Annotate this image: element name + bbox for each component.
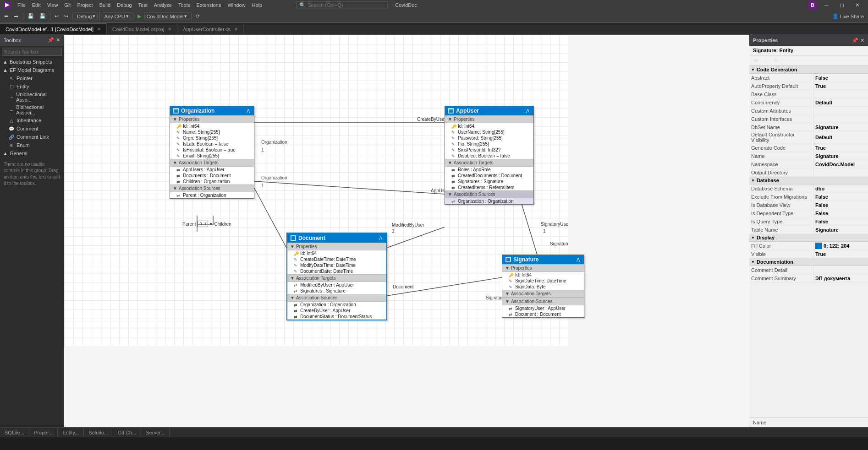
menu-window[interactable]: Window [225, 1, 248, 9]
bottom-tab-entity[interactable]: Entity... [58, 428, 84, 437]
toolbox-search-area[interactable] [0, 46, 64, 58]
prop-value-concurrency[interactable]: Default [813, 98, 868, 106]
properties-close-button[interactable]: ✕ [860, 38, 864, 43]
prop-value-comment-detail[interactable] [813, 266, 868, 274]
entity-appuser[interactable]: AppUser ⋀ ▼ Properties 🔑Id: Int64 ✎UserN… [445, 106, 534, 205]
sig-assoc-sources-header[interactable]: ▼ Association Sources [502, 298, 584, 305]
tab-controller-close[interactable]: ✕ [234, 27, 238, 32]
entity-signature-expand-icon[interactable]: ⋀ [575, 256, 581, 263]
prop-group-database[interactable]: ▼ Database [749, 177, 868, 184]
entity-appuser-header[interactable]: AppUser ⋀ [445, 106, 533, 115]
menu-debug[interactable]: Debug [114, 1, 134, 9]
sig-properties-header[interactable]: ▼ Properties [502, 264, 584, 272]
back-button[interactable]: ⬅ [2, 11, 11, 22]
tab-model-close[interactable]: ✕ [97, 27, 101, 32]
save-all-button[interactable]: 💾 [37, 11, 48, 22]
menu-analyze[interactable]: Analyze [151, 1, 175, 9]
save-button[interactable]: 💾 [25, 11, 36, 22]
org-assoc-targets-header[interactable]: ▼ Association Targets [170, 159, 254, 167]
menu-view[interactable]: View [44, 1, 61, 9]
prop-value-defaultctor[interactable]: Default [813, 131, 868, 143]
entity-signature-header[interactable]: Signature ⋀ [502, 255, 584, 264]
prop-value-dbschema[interactable]: dbo [813, 184, 868, 192]
restore-button[interactable]: ◻ [835, 0, 849, 10]
menu-extensions[interactable]: Extensions [194, 1, 224, 9]
entity-organization[interactable]: Organization ⋀ ▼ Properties 🔑Id: Int64 ✎… [170, 106, 254, 199]
entity-appuser-expand-icon[interactable]: ⋀ [524, 108, 531, 114]
prop-edit-button[interactable]: ✎ [771, 56, 780, 65]
bottom-tab-sqlite[interactable]: SQLite... [0, 428, 29, 437]
prop-value-namespace[interactable]: CovidDoc.Model [813, 160, 868, 168]
prop-group-documentation[interactable]: ▼ Documentation [749, 258, 868, 266]
menu-tools[interactable]: Tools [176, 1, 193, 9]
forward-button[interactable]: ⮕ [11, 11, 21, 22]
run-button[interactable]: ▶ [135, 11, 143, 22]
prop-value-gencode[interactable]: True [813, 144, 868, 152]
prop-value-outputdir[interactable] [813, 168, 868, 176]
cardinality-box[interactable]: 0..1 [198, 221, 208, 227]
redo-button[interactable]: ↪ [62, 11, 71, 22]
toolbox-search-input[interactable] [2, 48, 62, 56]
appuser-properties-header[interactable]: ▼ Properties [445, 115, 533, 123]
entity-document-expand-icon[interactable]: ⋀ [377, 235, 384, 241]
prop-value-abstract[interactable]: False [813, 74, 868, 81]
bottom-tab-gitchanges[interactable]: Git Ch... [113, 428, 141, 437]
toolbox-group-ef-header[interactable]: ▲ EF Model Diagrams [0, 66, 64, 74]
entity-document-header[interactable]: Document ⋀ [287, 233, 386, 243]
diagram-canvas[interactable]: CreateByUser AppUsers Organization 1 Org… [64, 35, 749, 427]
menu-build[interactable]: Build [97, 1, 113, 9]
prop-value-excludemig[interactable]: False [813, 193, 868, 201]
global-search[interactable]: 🔍 [296, 1, 388, 9]
project-dropdown[interactable]: CovidDoc.Model ▾ [144, 12, 190, 20]
live-share-button[interactable]: 👤 Live Share [830, 11, 866, 22]
close-button[interactable]: ✕ [851, 0, 864, 10]
menu-git[interactable]: Git [61, 1, 73, 9]
org-properties-header[interactable]: ▼ Properties [170, 115, 254, 123]
prop-value-autoprop[interactable]: True [813, 82, 868, 90]
prop-value-isdbview[interactable]: False [813, 201, 868, 209]
tab-model[interactable]: CovidDocModel.ef...1 [CovidDocModel] ✕ [0, 23, 107, 34]
toolbox-item-uni-assoc[interactable]: → Unidirectional Asso... [0, 91, 64, 103]
user-avatar[interactable]: B [808, 0, 818, 10]
prop-value-custom-attrs[interactable] [813, 107, 868, 114]
prop-grid-button[interactable]: ⊞ [751, 56, 760, 65]
toolbox-group-general-header[interactable]: ▲ General [0, 149, 64, 157]
prop-value-dbset[interactable]: Signature [813, 123, 868, 131]
toolbox-item-comment-link[interactable]: 🔗 Comment Link [0, 133, 64, 141]
search-input[interactable] [308, 2, 372, 8]
toolbox-item-comment[interactable]: 💬 Comment [0, 125, 64, 133]
bottom-tab-solution[interactable]: Solutio... [84, 428, 113, 437]
tab-csproj-close[interactable]: ✕ [168, 27, 171, 32]
debug-config-dropdown[interactable]: Debug ▾ [75, 12, 98, 20]
toolbox-item-pointer[interactable]: ↖ Pointer [0, 74, 64, 82]
org-assoc-sources-header[interactable]: ▼ Association Sources [170, 184, 254, 192]
toolbox-item-entity[interactable]: ☐ Entity [0, 82, 64, 91]
appuser-assoc-targets-header[interactable]: ▼ Association Targets [445, 159, 533, 167]
menu-help[interactable]: Help [249, 1, 265, 9]
menu-project[interactable]: Project [74, 1, 95, 9]
properties-pin-button[interactable]: 📌 [852, 38, 858, 43]
sig-assoc-targets-header[interactable]: ▼ Association Targets [502, 290, 584, 298]
entity-signature[interactable]: Signature ⋀ ▼ Properties 🔑Id: Int64 ✎Sig… [502, 255, 584, 318]
toolbox-item-enum[interactable]: ≡ Enum [0, 141, 64, 149]
prop-value-baseclass[interactable] [813, 90, 868, 98]
prop-value-visible[interactable]: True [813, 250, 868, 258]
menu-edit[interactable]: Edit [29, 1, 44, 9]
prop-sort-button[interactable]: ↕ [761, 56, 770, 65]
toolbox-pin-button[interactable]: 📌 [48, 37, 54, 43]
cpu-dropdown[interactable]: Any CPU ▾ [102, 12, 131, 20]
menu-file[interactable]: File [15, 1, 28, 9]
prop-value-fillcolor[interactable]: 0; 122; 204 [813, 242, 868, 249]
tab-controller[interactable]: AppUserController.cs ✕ [177, 23, 244, 34]
prop-value-tablename[interactable]: Signature [813, 226, 868, 233]
appuser-assoc-sources-header[interactable]: ▼ Association Sources [445, 190, 533, 198]
tab-csproj[interactable]: CovidDoc.Model.csproj ✕ [107, 23, 177, 34]
toolbox-close-button[interactable]: ✕ [56, 37, 60, 43]
bottom-tab-server[interactable]: Server... [141, 428, 170, 437]
menu-test[interactable]: Test [136, 1, 150, 9]
toolbox-item-inheritance[interactable]: △ Inheritance [0, 116, 64, 125]
doc-assoc-targets-header[interactable]: ▼ Association Targets [287, 274, 386, 282]
minimize-button[interactable]: ─ [819, 0, 833, 10]
prop-value-isquerytype[interactable]: False [813, 217, 868, 225]
prop-value-name[interactable]: Signature [813, 152, 868, 160]
